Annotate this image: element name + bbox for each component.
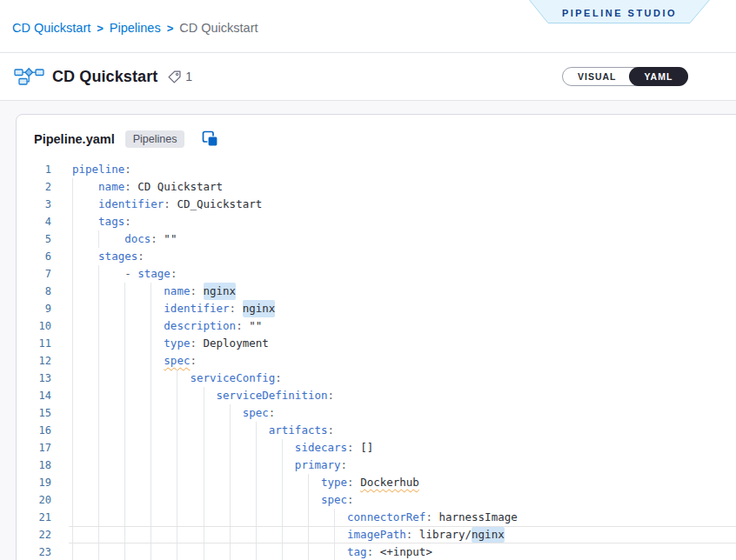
indent-guides xyxy=(72,404,243,422)
code-line-14[interactable]: 14serviceDefinition: xyxy=(17,387,736,404)
indent-guides xyxy=(72,439,295,457)
breadcrumb-separator: > xyxy=(167,22,174,35)
line-number: 3 xyxy=(17,196,51,213)
tag-count: 1 xyxy=(185,70,192,83)
code-lines: 1pipeline:2name: CD Quickstart3identifie… xyxy=(17,161,736,560)
indent-guides xyxy=(72,352,164,370)
line-number: 13 xyxy=(17,370,51,387)
line-number: 21 xyxy=(17,509,51,526)
code-line-content: tag: <+input> xyxy=(69,543,736,560)
code-line-content: imagePath: library/nginx xyxy=(69,526,736,543)
code-line-content: type: Deployment xyxy=(69,335,736,352)
indent-guides xyxy=(72,457,295,474)
line-number: 22 xyxy=(17,526,51,543)
code-line-12[interactable]: 12spec: xyxy=(17,352,736,370)
line-number: 16 xyxy=(17,422,51,439)
indent-guides xyxy=(72,543,347,560)
code-line-content: serviceConfig: xyxy=(69,370,736,387)
indent-guides xyxy=(72,422,269,439)
code-line-3[interactable]: 3identifier: CD_Quickstart xyxy=(17,196,736,213)
line-number: 7 xyxy=(17,265,51,283)
line-number: 4 xyxy=(17,213,51,230)
code-line-9[interactable]: 9identifier: nginx xyxy=(17,300,736,317)
breadcrumb: CD Quickstart > Pipelines > CD Quickstar… xyxy=(12,21,258,35)
page-title: CD Quickstart xyxy=(52,68,157,86)
code-line-content: serviceDefinition: xyxy=(69,387,736,404)
code-line-11[interactable]: 11type: Deployment xyxy=(17,335,736,352)
code-line-content: spec: xyxy=(69,404,736,422)
line-number: 17 xyxy=(17,439,51,457)
visual-yaml-toggle: VISUAL YAML xyxy=(562,67,688,86)
top-bar: CD Quickstart > Pipelines > CD Quickstar… xyxy=(0,0,736,53)
code-line-8[interactable]: 8name: nginx xyxy=(17,283,736,300)
line-number: 11 xyxy=(17,335,51,352)
line-number: 2 xyxy=(17,178,51,196)
line-number: 9 xyxy=(17,300,51,317)
indent-guides xyxy=(72,474,321,491)
code-line-content: name: nginx xyxy=(69,283,736,300)
line-number: 19 xyxy=(17,474,51,491)
code-line-content: artifacts: xyxy=(69,422,736,439)
visual-toggle-button[interactable]: VISUAL xyxy=(563,67,630,86)
tags-indicator[interactable]: 1 xyxy=(167,70,192,84)
line-number: 6 xyxy=(17,248,51,265)
code-line-1[interactable]: 1pipeline: xyxy=(17,161,736,178)
code-line-20[interactable]: 20spec: xyxy=(17,491,736,509)
copy-icon xyxy=(200,129,220,149)
code-line-16[interactable]: 16artifacts: xyxy=(17,422,736,439)
indent-guides xyxy=(72,370,190,387)
yaml-editor-card: Pipeline.yaml Pipelines 1pipeline:2name:… xyxy=(16,114,736,560)
indent-guides xyxy=(72,283,164,300)
code-line-15[interactable]: 15spec: xyxy=(17,404,736,422)
title-bar: CD Quickstart 1 VISUAL YAML xyxy=(0,53,736,101)
code-line-13[interactable]: 13serviceConfig: xyxy=(17,370,736,387)
code-line-17[interactable]: 17sidecars: [] xyxy=(17,439,736,457)
code-line-18[interactable]: 18primary: xyxy=(17,457,736,474)
code-line-21[interactable]: 21connectorRef: harnessImage xyxy=(17,509,736,526)
line-number: 20 xyxy=(17,491,51,509)
indent-guides xyxy=(72,491,321,509)
editor-header: Pipeline.yaml Pipelines xyxy=(17,115,736,156)
indent-guides xyxy=(72,527,347,543)
indent-guides xyxy=(72,265,124,283)
copy-yaml-button[interactable] xyxy=(200,129,220,149)
indent-guides xyxy=(72,213,98,230)
code-line-19[interactable]: 19type: Dockerhub xyxy=(17,474,736,491)
code-line-2[interactable]: 2name: CD Quickstart xyxy=(17,178,736,196)
code-line-content: tags: xyxy=(69,213,736,230)
indent-guides xyxy=(72,335,164,352)
code-line-22[interactable]: 22imagePath: library/nginx xyxy=(17,526,736,543)
code-line-content: - stage: xyxy=(69,265,736,283)
code-line-content: description: "" xyxy=(69,317,736,335)
breadcrumb-separator: > xyxy=(97,22,104,35)
code-line-content: spec: xyxy=(69,352,736,370)
yaml-toggle-button[interactable]: YAML xyxy=(629,67,689,86)
indent-guides xyxy=(72,509,347,526)
code-line-5[interactable]: 5docs: "" xyxy=(17,230,736,248)
code-line-content: sidecars: [] xyxy=(69,439,736,457)
code-line-6[interactable]: 6stages: xyxy=(17,248,736,265)
code-line-content: name: CD Quickstart xyxy=(69,178,736,196)
breadcrumb-link-project[interactable]: CD Quickstart xyxy=(12,21,90,35)
line-number: 15 xyxy=(17,404,51,422)
code-line-content: identifier: nginx xyxy=(69,300,736,317)
indent-guides xyxy=(72,196,98,213)
breadcrumb-link-pipelines[interactable]: Pipelines xyxy=(110,21,161,35)
code-line-4[interactable]: 4tags: xyxy=(17,213,736,230)
line-number: 5 xyxy=(17,230,51,248)
code-line-content: pipeline: xyxy=(69,161,736,178)
indent-guides xyxy=(72,178,98,196)
code-line-7[interactable]: 7- stage: xyxy=(17,265,736,283)
code-line-content: connectorRef: harnessImage xyxy=(69,509,736,526)
indent-guides xyxy=(72,317,164,335)
code-line-content: stages: xyxy=(69,248,736,265)
entity-badge: Pipelines xyxy=(125,130,185,148)
code-line-10[interactable]: 10description: "" xyxy=(17,317,736,335)
main-area: Pipeline.yaml Pipelines 1pipeline:2name:… xyxy=(0,101,736,560)
code-line-content: spec: xyxy=(69,491,736,509)
indent-guides xyxy=(72,230,124,248)
pipeline-studio-label: PIPELINE STUDIO xyxy=(562,8,677,18)
code-line-23[interactable]: 23tag: <+input> xyxy=(17,543,736,560)
indent-guides xyxy=(72,248,98,265)
line-number: 18 xyxy=(17,457,51,474)
